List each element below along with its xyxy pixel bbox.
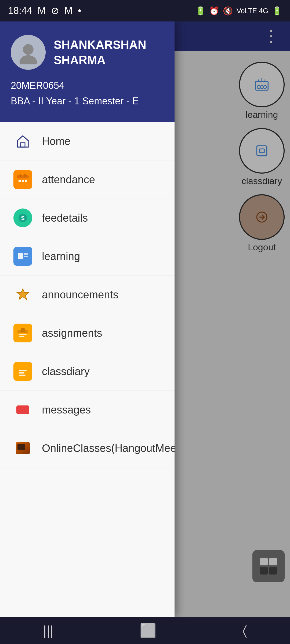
svg-point-12: [20, 55, 37, 64]
gmail-icon-2: M: [64, 5, 73, 16]
menu-item-home[interactable]: Home: [0, 122, 175, 160]
status-left: 18:44 M ⊘ M •: [8, 5, 81, 16]
menu-item-learning[interactable]: learning: [0, 237, 175, 276]
svg-point-11: [23, 44, 34, 55]
main-container: and... ⋮ II Year - 1: [0, 21, 290, 617]
svg-marker-28: [17, 289, 29, 299]
assignments-icon: [13, 324, 32, 342]
svg-rect-31: [21, 328, 25, 332]
online-icon: [13, 439, 32, 458]
drawer-menu: Home attendance: [0, 122, 175, 617]
svg-rect-27: [24, 256, 28, 257]
alarm-icon: ⏰: [209, 6, 219, 16]
menu-item-messages[interactable]: messages: [0, 391, 175, 429]
svg-rect-18: [19, 180, 21, 182]
classdiary-label: classdiary: [42, 365, 90, 378]
attendance-label: attendance: [42, 174, 95, 186]
svg-rect-32: [19, 334, 27, 335]
menu-item-online[interactable]: OnlineClasses(HangoutMeet): [0, 429, 175, 467]
learning-icon: [13, 247, 32, 266]
user-course: BBA - II Year - 1 Semester - E: [11, 93, 164, 109]
avatar: [11, 35, 46, 70]
svg-rect-13: [21, 143, 25, 147]
menu-item-assignments[interactable]: assignments: [0, 314, 175, 352]
status-right: 🔋 ⏰ 🔇 VoLTE 4G 🔋: [195, 6, 282, 16]
svg-rect-19: [22, 180, 24, 182]
status-bar: 18:44 M ⊘ M • 🔋 ⏰ 🔇 VoLTE 4G 🔋: [0, 0, 290, 21]
announcements-label: announcements: [42, 289, 118, 301]
dot-indicator: •: [78, 5, 81, 16]
messages-label: messages: [42, 404, 91, 416]
attendance-icon: [13, 170, 32, 189]
nav-recent-btn[interactable]: 〈: [242, 623, 247, 639]
feedetails-label: feedetails: [42, 212, 88, 224]
drawer-header: SHANKARSHAN SHARMA 20MER0654 BBA - II Ye…: [0, 21, 175, 122]
online-label: OnlineClasses(HangoutMeet): [42, 442, 175, 454]
user-info-row: SHANKARSHAN SHARMA: [11, 35, 164, 70]
bottom-nav: ||| ⬜ 〈: [0, 617, 290, 644]
svg-rect-15: [17, 175, 29, 178]
classdiary-icon: [13, 362, 32, 381]
signal-text: VoLTE 4G: [237, 7, 268, 15]
battery-icon: 🔋: [272, 6, 282, 16]
time: 18:44: [8, 5, 32, 16]
svg-rect-43: [17, 444, 25, 450]
svg-rect-25: [18, 253, 23, 259]
menu-item-feedetails[interactable]: $ feedetails: [0, 199, 175, 237]
svg-rect-33: [19, 336, 24, 337]
assignments-label: assignments: [42, 327, 102, 339]
user-details: 20MER0654 BBA - II Year - 1 Semester - E: [11, 78, 164, 109]
nav-back-btn[interactable]: |||: [43, 623, 54, 638]
menu-item-classdiary[interactable]: classdiary: [0, 352, 175, 391]
navigation-drawer: SHANKARSHAN SHARMA 20MER0654 BBA - II Ye…: [0, 21, 175, 617]
svg-text:$: $: [21, 215, 24, 221]
messages-icon: [13, 400, 32, 419]
svg-rect-35: [19, 370, 27, 371]
gmail-icon: M: [38, 5, 46, 16]
menu-item-attendance[interactable]: attendance: [0, 160, 175, 199]
mute-icon: 🔇: [223, 6, 233, 16]
menu-item-announcements[interactable]: announcements: [0, 276, 175, 314]
home-icon: [13, 132, 32, 151]
user-id: 20MER0654: [11, 78, 164, 93]
user-name-block: SHANKARSHAN SHARMA: [54, 37, 146, 68]
no-disturb-icon: ⊘: [51, 5, 59, 16]
feedetails-icon: $: [13, 208, 32, 227]
user-name: SHANKARSHAN SHARMA: [54, 37, 146, 68]
svg-rect-17: [24, 174, 26, 177]
svg-rect-37: [19, 375, 26, 376]
svg-rect-26: [24, 253, 28, 255]
nav-home-btn[interactable]: ⬜: [140, 623, 156, 638]
home-label: Home: [42, 135, 71, 147]
svg-rect-20: [25, 180, 27, 182]
announcements-icon: [13, 285, 32, 304]
svg-rect-36: [19, 372, 24, 374]
battery-saver-icon: 🔋: [195, 6, 205, 16]
learning-label: learning: [42, 250, 80, 262]
svg-rect-16: [20, 174, 21, 177]
